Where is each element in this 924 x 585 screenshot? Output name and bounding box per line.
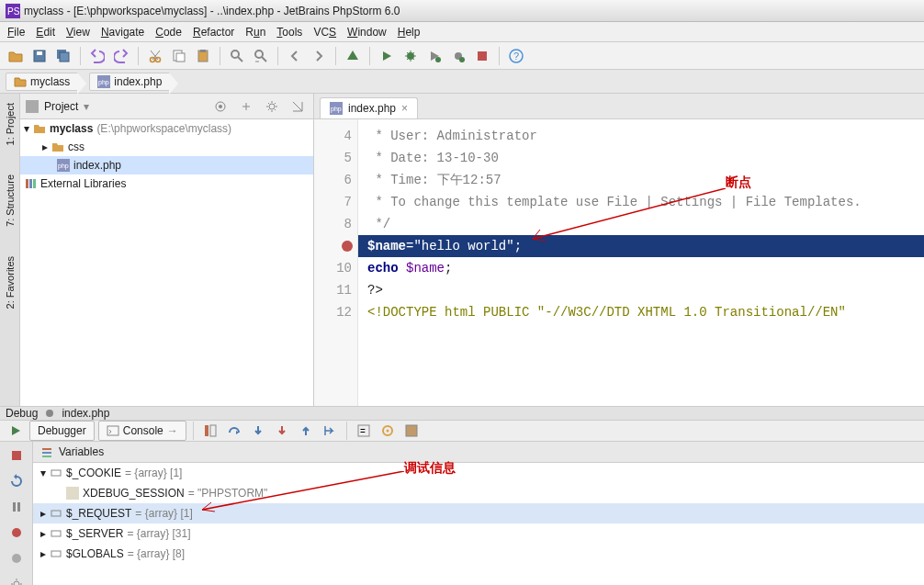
sidetab-project[interactable]: 1: Project <box>3 97 17 151</box>
vars-icon <box>40 445 53 458</box>
code-line: * Date: 13-10-30 <box>358 147 924 169</box>
menu-edit[interactable]: Edit <box>36 26 55 39</box>
menu-run[interactable]: Run <box>245 26 265 39</box>
redo-icon[interactable] <box>111 46 131 66</box>
back-icon[interactable] <box>285 46 305 66</box>
step-over-icon[interactable] <box>224 421 244 441</box>
array-icon <box>50 527 62 540</box>
menu-view[interactable]: View <box>66 26 90 39</box>
hide-icon[interactable] <box>287 96 308 117</box>
menu-code[interactable]: Code <box>155 26 182 39</box>
code-line: * User: Administrator <box>358 125 924 147</box>
code-content[interactable]: * User: Administrator * Date: 13-10-30 *… <box>358 119 924 406</box>
close-tab-icon[interactable]: × <box>401 102 408 115</box>
stop-icon[interactable] <box>472 46 492 66</box>
var-server[interactable]: ▸ $_SERVER = {array} [31] <box>33 523 924 544</box>
sidetab-favorites[interactable]: 2: Favorites <box>3 251 17 314</box>
breakpoint-marker[interactable]: 9 <box>314 235 357 257</box>
step-out-icon[interactable] <box>296 421 316 441</box>
save-icon[interactable] <box>29 46 50 66</box>
mute-bp-icon[interactable] <box>6 548 27 568</box>
var-request[interactable]: ▸ $_REQUEST = {array} [1] <box>33 503 924 523</box>
settings-icon[interactable] <box>6 574 27 585</box>
step-into-icon[interactable] <box>248 421 268 441</box>
tree-css-folder[interactable]: ▸ css <box>20 138 313 156</box>
line-number: 10 <box>314 257 357 279</box>
svg-rect-31 <box>33 179 36 188</box>
code-line: echo $name; <box>358 257 924 279</box>
menu-file[interactable]: File <box>7 26 25 39</box>
view-bp-icon[interactable] <box>6 523 27 543</box>
expand-icon[interactable]: ▸ <box>40 547 46 560</box>
svg-rect-9 <box>176 53 185 62</box>
crumb-project[interactable]: myclass <box>6 73 78 91</box>
find-icon[interactable] <box>227 46 247 66</box>
svg-point-26 <box>269 104 275 109</box>
expand-icon[interactable]: ▾ <box>40 467 46 479</box>
gutter[interactable]: 4 5 6 7 8 9 10 11 12 <box>314 119 358 406</box>
help-icon[interactable]: ? <box>506 46 526 66</box>
target-icon[interactable] <box>210 96 231 117</box>
undo-icon[interactable] <box>87 46 107 66</box>
frames-icon[interactable] <box>200 421 220 441</box>
expand-icon[interactable]: ▸ <box>40 507 46 520</box>
sidetab-structure[interactable]: 7: Structure <box>3 169 17 232</box>
svg-point-49 <box>14 581 19 585</box>
copy-icon[interactable] <box>169 46 189 66</box>
run-icon[interactable] <box>377 46 397 66</box>
folder-icon <box>51 141 64 153</box>
editor-tab-label: index.php <box>348 102 396 115</box>
paste-icon[interactable] <box>193 46 213 66</box>
collapse-icon[interactable] <box>236 96 256 117</box>
build-icon[interactable] <box>343 46 363 66</box>
tab-debugger[interactable]: Debugger <box>29 421 95 441</box>
tree-index-file[interactable]: php index.php <box>20 156 313 174</box>
php-file-icon: php <box>330 102 343 115</box>
expand-icon[interactable]: ▸ <box>40 527 46 540</box>
menu-refactor[interactable]: Refactor <box>193 26 234 39</box>
run2-icon[interactable] <box>424 46 445 66</box>
svg-rect-11 <box>200 50 206 52</box>
menu-vcs[interactable]: VCS <box>313 26 336 39</box>
crumb-file[interactable]: php index.php <box>89 73 170 91</box>
debug-title: Debug <box>6 407 38 420</box>
save-all-icon[interactable] <box>53 46 73 66</box>
watches-icon[interactable] <box>377 421 398 441</box>
expand-icon[interactable]: ▸ <box>42 141 48 153</box>
project-tree[interactable]: ▾ myclass (E:\phpworkspace\myclass) ▸ cs… <box>20 119 313 406</box>
debug2-icon[interactable] <box>448 46 468 66</box>
tab-console[interactable]: Console → <box>98 421 186 441</box>
editor-tab-index[interactable]: php index.php × <box>320 97 418 118</box>
debug-icon[interactable] <box>400 46 421 66</box>
cut-icon[interactable] <box>145 46 165 66</box>
pause-icon[interactable] <box>6 497 27 517</box>
menu-help[interactable]: Help <box>398 26 421 39</box>
dropdown-icon[interactable]: ▾ <box>84 100 89 113</box>
gear-icon[interactable] <box>262 96 282 117</box>
forward-icon[interactable] <box>309 46 329 66</box>
open-icon[interactable] <box>6 46 26 66</box>
resume-icon[interactable] <box>6 421 26 441</box>
var-globals[interactable]: ▸ $GLOBALS = {array} [8] <box>33 544 924 564</box>
force-step-into-icon[interactable] <box>272 421 292 441</box>
layout-icon[interactable] <box>401 421 422 441</box>
menu-navigate[interactable]: Navigate <box>101 26 144 39</box>
expand-icon[interactable]: ▾ <box>24 122 29 135</box>
menu-window[interactable]: Window <box>347 26 387 39</box>
code-line: */ <box>358 213 924 235</box>
svg-rect-3 <box>37 51 42 55</box>
tree-root[interactable]: ▾ myclass (E:\phpworkspace\myclass) <box>20 119 313 138</box>
tree-ext-libs[interactable]: External Libraries <box>20 174 313 193</box>
stop2-icon[interactable] <box>6 445 27 466</box>
run-to-cursor-icon[interactable] <box>320 421 340 441</box>
crumb-project-label: myclass <box>30 75 70 88</box>
var-cookie[interactable]: ▾ $_COOKIE = {array} [1] <box>33 463 924 483</box>
menu-tools[interactable]: Tools <box>276 26 302 39</box>
code-area[interactable]: 4 5 6 7 8 9 10 11 12 * User: Administrat… <box>314 119 924 406</box>
rerun-icon[interactable] <box>6 471 27 491</box>
project-header-label: Project <box>44 100 78 113</box>
var-xdebug-session[interactable]: XDEBUG_SESSION = "PHPSTORM" <box>33 483 924 503</box>
library-icon <box>24 177 37 190</box>
evaluate-icon[interactable]: = <box>354 421 374 441</box>
replace-icon[interactable] <box>251 46 271 66</box>
